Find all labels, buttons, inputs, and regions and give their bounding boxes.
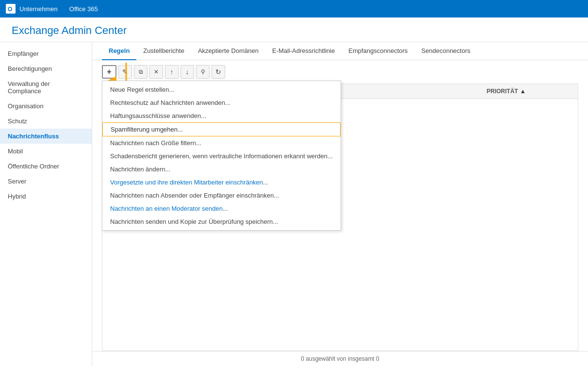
- search-button[interactable]: ⚲: [196, 65, 210, 79]
- tab-email-adressrichtlinie[interactable]: E-Mail-Adressrichtlinie: [265, 42, 342, 60]
- copy-button[interactable]: ⧉: [134, 65, 147, 79]
- dropdown-item-nachrichten-absender[interactable]: Nachrichten nach Absender oder Empfänger…: [102, 189, 341, 202]
- topbar: O Unternehmen Office 365: [0, 0, 588, 17]
- dropdown-item-vorgesetzte[interactable]: Vorgesetzte und ihre direkten Mitarbeite…: [102, 176, 341, 189]
- status-bar: 0 ausgewählt von insgesamt 0: [92, 351, 588, 366]
- sidebar-item-oeffentliche-ordner[interactable]: Öffentliche Ordner: [0, 159, 92, 174]
- add-button[interactable]: +: [102, 65, 116, 79]
- tab-zustellberichte[interactable]: Zustellberichte: [136, 42, 191, 60]
- sidebar-item-berechtigungen[interactable]: Berechtigungen: [0, 61, 92, 76]
- refresh-button[interactable]: ↻: [212, 65, 225, 79]
- dropdown-item-nachrichten-aendern[interactable]: Nachrichten ändern...: [102, 163, 341, 176]
- company-name: Unternehmen: [19, 5, 58, 13]
- sidebar-item-organisation[interactable]: Organisation: [0, 99, 92, 114]
- content-area: RegelnZustellberichteAkzeptierte Domänen…: [92, 42, 588, 366]
- dropdown-menu: Neue Regel erstellen...Rechteschutz auf …: [102, 81, 341, 231]
- dropdown-item-neue-regel[interactable]: Neue Regel erstellen...: [102, 83, 341, 96]
- dropdown-item-schadensbericht[interactable]: Schadensbericht generieren, wenn vertrau…: [102, 150, 341, 163]
- dropdown-item-haftungsausschluesse[interactable]: Haftungsausschlüsse anwenden...: [102, 109, 341, 122]
- sidebar: EmpfängerBerechtigungenVerwaltung der Co…: [0, 42, 92, 366]
- page-header: Exchange Admin Center: [0, 17, 588, 42]
- svg-text:O: O: [8, 6, 12, 13]
- dropdown-item-kopie-speichern[interactable]: Nachrichten senden und Kopie zur Überprü…: [102, 215, 341, 228]
- dropdown-item-rechteschutz[interactable]: Rechteschutz auf Nachrichten anwenden...: [102, 96, 341, 109]
- tab-akzeptierte-domaenen[interactable]: Akzeptierte Domänen: [191, 42, 265, 60]
- col-priority[interactable]: PRIORITÄT ▲: [481, 84, 578, 99]
- tab-sendeconnectors[interactable]: Sendeconnectors: [414, 42, 477, 60]
- sidebar-item-nachrichtenfluss[interactable]: Nachrichtenfluss: [0, 129, 92, 144]
- sidebar-item-server[interactable]: Server: [0, 174, 92, 189]
- tab-regeln[interactable]: Regeln: [102, 42, 136, 60]
- office-icon: O: [6, 4, 16, 14]
- sidebar-item-verwaltung[interactable]: Verwaltung der Compliance: [0, 76, 92, 99]
- sidebar-item-mobil[interactable]: Mobil: [0, 144, 92, 159]
- main-layout: EmpfängerBerechtigungenVerwaltung der Co…: [0, 42, 588, 366]
- sidebar-item-hybrid[interactable]: Hybrid: [0, 189, 92, 204]
- dropdown-item-nachrichten-groesse[interactable]: Nachrichten nach Größe filtern...: [102, 136, 341, 150]
- office365-label: Office 365: [69, 5, 98, 13]
- move-up-button[interactable]: ↑: [165, 65, 179, 79]
- tab-empfangsconnectors[interactable]: Empfangsconnectors: [342, 42, 414, 60]
- status-text: 0 ausgewählt von insgesamt 0: [301, 355, 379, 362]
- move-down-button[interactable]: ↓: [180, 65, 194, 79]
- tabs-bar: RegelnZustellberichteAkzeptierte Domänen…: [92, 42, 588, 60]
- dropdown-item-moderator[interactable]: Nachrichten an einen Moderator senden...: [102, 202, 341, 215]
- sidebar-item-empfaenger[interactable]: Empfänger: [0, 46, 92, 61]
- page-title: Exchange Admin Center: [12, 24, 576, 37]
- dropdown-item-spamfilterung[interactable]: Spamfilterung umgehen...: [102, 122, 341, 136]
- sidebar-item-schutz[interactable]: Schutz: [0, 114, 92, 129]
- edit-button[interactable]: ✎: [118, 65, 132, 79]
- delete-button[interactable]: ✕: [149, 65, 163, 79]
- toolbar: + ✎ ⧉ ✕ ↑ ↓ ⚲ ↻ Neue Regel erstellen...R…: [92, 60, 588, 84]
